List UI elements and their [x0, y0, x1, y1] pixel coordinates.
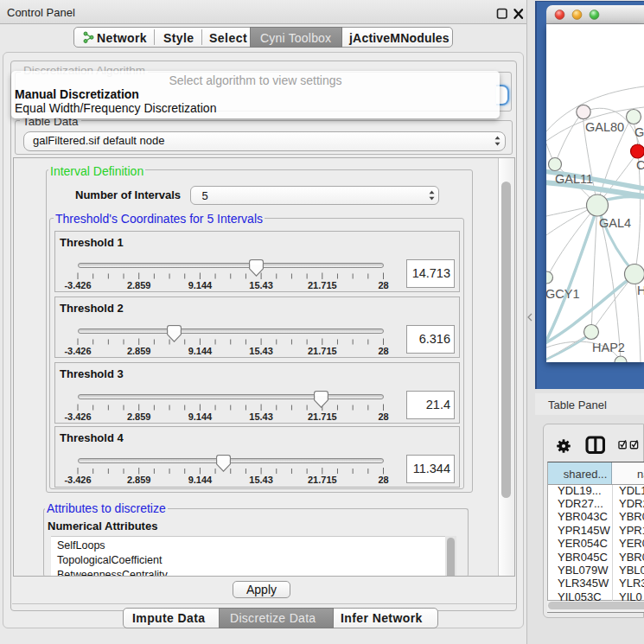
- svg-text:C: C: [636, 158, 644, 172]
- svg-text:H: H: [637, 284, 644, 297]
- svg-text:GA: GA: [634, 125, 644, 139]
- svg-text:GAL80: GAL80: [585, 120, 624, 134]
- svg-text:HAP2: HAP2: [592, 341, 625, 354]
- svg-text:GAL4: GAL4: [599, 216, 631, 230]
- svg-text:GAL11: GAL11: [555, 172, 593, 186]
- svg-text:GCY1: GCY1: [546, 287, 580, 301]
